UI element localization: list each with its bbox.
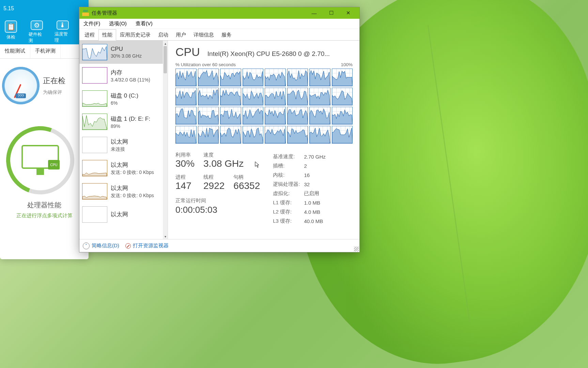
maximize-button[interactable]: ☐: [323, 8, 340, 18]
thumb-graph: [82, 183, 107, 200]
core-graph: [287, 107, 308, 124]
core-graph: [243, 126, 264, 144]
bg-tabs: 性能测试手机评测: [0, 44, 89, 59]
close-button[interactable]: ✕: [340, 8, 357, 18]
cursor-icon: [255, 161, 260, 168]
core-graph: [309, 107, 330, 124]
titlebar[interactable]: 任务管理器 — ☐ ✕: [79, 7, 359, 19]
footer: ˄简略信息(D) 打开资源监视器: [79, 239, 359, 252]
core-graph: [309, 69, 330, 86]
less-info-button[interactable]: ˄简略信息(D): [83, 242, 119, 249]
core-graph: [332, 126, 353, 144]
stat-threads: 2922: [203, 180, 225, 191]
window-title: 任务管理器: [92, 10, 117, 16]
background-app-window: 5.15 📋体检⚙硬件检测🌡温度管理 性能测试手机评测 ??? 正在检 为确保评…: [0, 0, 89, 259]
core-graph: [198, 126, 219, 144]
core-graph: [287, 88, 308, 105]
bg-cpu-label: 处理器性能: [0, 201, 89, 210]
sidebar-item-empty[interactable]: 以太网未连接: [79, 133, 163, 157]
sidebar-item-disk[interactable]: 磁盘 1 (D: E: F:89%: [79, 110, 163, 133]
thumb-graph: [82, 160, 107, 176]
stats-right: 基准速度:2.70 GHz插槽:2内核:16逻辑处理器:32虚拟化:已启用L1 …: [272, 152, 330, 226]
sidebar-item-eth[interactable]: 以太网发送: 0 接收: 0 Kbps: [79, 180, 163, 203]
stat-processes: 147: [175, 180, 195, 191]
thumb-graph: [82, 90, 107, 107]
core-graph: [175, 107, 197, 124]
open-resource-monitor-link[interactable]: 打开资源监视器: [125, 242, 169, 249]
menu-bar: 文件(F)选项(O)查看(V): [79, 19, 359, 29]
cpu-heading: CPU: [175, 45, 200, 59]
menu-item[interactable]: 选项(O): [107, 19, 129, 28]
menu-item[interactable]: 文件(F): [81, 19, 102, 28]
monitor-icon: [125, 243, 131, 249]
core-graph: [243, 107, 264, 124]
tab-详细信息[interactable]: 详细信息: [190, 29, 218, 40]
core-graph: [309, 126, 330, 144]
tab-bar: 进程性能应用历史记录启动用户详细信息服务: [79, 29, 359, 41]
chevron-up-icon: ˄: [83, 242, 90, 249]
thumb-graph: [82, 206, 107, 223]
core-graph: [175, 69, 197, 86]
core-graph: [265, 107, 286, 124]
bg-gauge: ???: [2, 67, 40, 104]
tab-用户[interactable]: 用户: [172, 29, 190, 40]
detail-pane: CPU Intel(R) Xeon(R) CPU E5-2680 0 @ 2.7…: [168, 41, 359, 239]
bg-tool-体检[interactable]: 📋体检: [3, 20, 19, 42]
tab-服务[interactable]: 服务: [218, 29, 235, 40]
core-graph: [198, 107, 219, 124]
tab-启动[interactable]: 启动: [154, 29, 172, 40]
bg-sub: 为确保评: [43, 89, 65, 95]
sidebar-item-mem[interactable]: 内存3.4/32.0 GB (11%): [79, 64, 163, 87]
sidebar-item-disk[interactable]: 磁盘 0 (C:)6%: [79, 87, 163, 110]
bg-tab[interactable]: 性能测试: [0, 44, 30, 58]
core-graph: [309, 88, 330, 105]
core-graph: [243, 69, 264, 86]
bg-toolbar: 📋体检⚙硬件检测🌡温度管理: [0, 17, 89, 44]
task-manager-window: 任务管理器 — ☐ ✕ 文件(F)选项(O)查看(V) 进程性能应用历史记录启动…: [79, 7, 360, 252]
sidebar-list: CPU30% 3.08 GHz内存3.4/32.0 GB (11%)磁盘 0 (…: [79, 41, 163, 239]
bg-version: 5.15: [3, 5, 14, 12]
core-graph: [265, 126, 286, 144]
bg-heading: 正在检: [43, 76, 65, 86]
bg-cpu-status: 正在进行浮点多项式计算: [0, 212, 89, 219]
stat-handles: 66352: [233, 180, 260, 191]
sidebar-item-empty[interactable]: 以太网: [79, 203, 163, 226]
cpu-name: Intel(R) Xeon(R) CPU E5-2680 0 @ 2.70...: [207, 50, 353, 58]
resize-grip[interactable]: [354, 247, 359, 251]
core-graph: [287, 69, 308, 86]
core-graph: [198, 69, 219, 86]
thumb-graph: [82, 44, 107, 60]
bg-cpu-ring: CPU: [0, 115, 86, 206]
scroll-thumb[interactable]: [164, 46, 167, 73]
minimize-button[interactable]: —: [306, 8, 323, 18]
thumb-graph: [82, 67, 107, 84]
tab-性能[interactable]: 性能: [98, 29, 116, 41]
core-graph: [265, 69, 286, 86]
core-graph: [220, 69, 241, 86]
tab-进程[interactable]: 进程: [81, 29, 98, 40]
bg-tool-硬件检测[interactable]: ⚙硬件检测: [29, 20, 45, 42]
core-graph: [332, 69, 353, 86]
thumb-graph: [82, 114, 107, 130]
menu-item[interactable]: 查看(V): [134, 19, 155, 28]
core-grid: [175, 69, 353, 144]
bg-tool-温度管理[interactable]: 🌡温度管理: [55, 20, 71, 42]
sidebar-scrollbar[interactable]: ▴ ▾: [163, 41, 168, 239]
tab-应用历史记录[interactable]: 应用历史记录: [116, 29, 154, 40]
stat-utilization: 30%: [175, 158, 195, 169]
core-graph: [220, 88, 241, 105]
app-icon: [82, 10, 89, 16]
core-graph: [175, 126, 197, 144]
core-graph: [175, 88, 197, 105]
core-graph: [220, 107, 241, 124]
scroll-up-button[interactable]: ▴: [163, 41, 168, 46]
scroll-down-button[interactable]: ▾: [163, 234, 168, 239]
sidebar: CPU30% 3.08 GHz内存3.4/32.0 GB (11%)磁盘 0 (…: [79, 41, 168, 239]
util-max: 100%: [341, 62, 353, 67]
stats-left: 利用率30% 速度3.08 GHz 进程147 线程2922 句柄66352: [175, 152, 260, 191]
bg-tab[interactable]: 手机评测: [30, 44, 61, 58]
core-graph: [198, 88, 219, 105]
uptime-label: 正常运行时间: [175, 197, 260, 204]
sidebar-item-cpu[interactable]: CPU30% 3.08 GHz: [79, 41, 163, 64]
sidebar-item-eth[interactable]: 以太网发送: 0 接收: 0 Kbps: [79, 157, 163, 180]
